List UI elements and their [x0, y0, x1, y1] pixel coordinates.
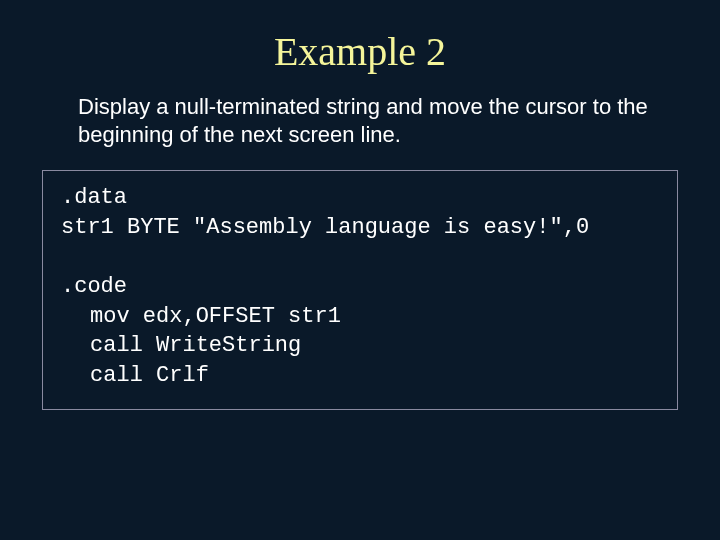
code-block: .data str1 BYTE "Assembly language is ea… — [42, 170, 678, 410]
slide-description: Display a null-terminated string and mov… — [78, 93, 650, 148]
code-line: .data — [61, 185, 127, 210]
slide-title: Example 2 — [40, 28, 680, 75]
code-line: call WriteString — [90, 333, 301, 358]
code-line: str1 BYTE "Assembly language is easy!",0 — [61, 215, 589, 240]
code-line: mov edx,OFFSET str1 — [90, 304, 341, 329]
code-line: call Crlf — [90, 363, 209, 388]
code-line: .code — [61, 274, 127, 299]
slide: Example 2 Display a null-terminated stri… — [0, 0, 720, 540]
